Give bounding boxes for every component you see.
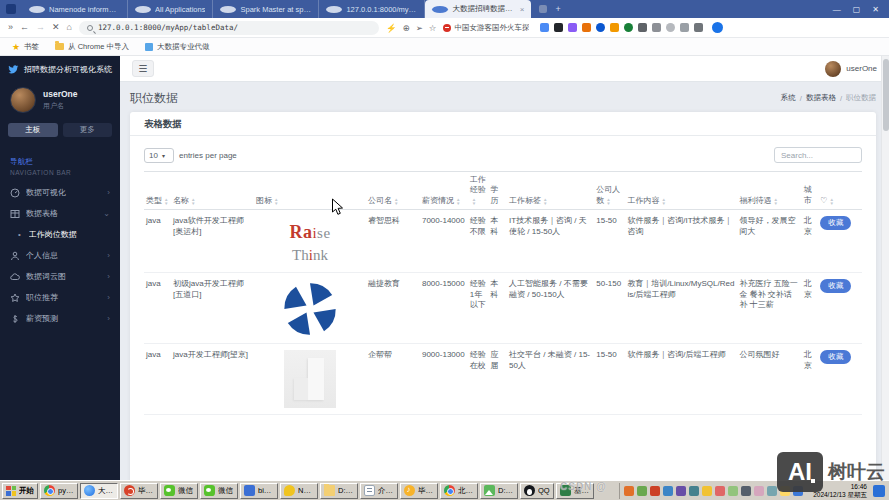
sidebar-item-job-data-active[interactable]: 工作岗位数据 bbox=[0, 224, 120, 245]
dark-extension-icon[interactable] bbox=[554, 23, 563, 32]
hamburger-menu-icon[interactable]: ☰ bbox=[132, 60, 154, 77]
forward-icon[interactable]: → bbox=[36, 23, 45, 32]
sidebar-item-wordcloud[interactable]: 数据词云图 › bbox=[0, 266, 120, 287]
taskbar-button-bishe[interactable]: 毕设… bbox=[120, 483, 158, 499]
sort-icon[interactable] bbox=[164, 198, 168, 206]
taskbar-button-music[interactable]: 毕开… bbox=[400, 483, 438, 499]
col-welfare[interactable]: 福利待遇 bbox=[737, 172, 801, 210]
d-extension-icon[interactable] bbox=[596, 23, 605, 32]
sidebar-item-data-table[interactable]: 数据表格 ⌄ bbox=[0, 203, 120, 224]
tab-groups-icon[interactable] bbox=[652, 23, 661, 32]
entries-per-page-select[interactable]: 10 bbox=[144, 148, 174, 163]
tray-icon-csdn[interactable] bbox=[624, 486, 634, 496]
scissors-icon[interactable] bbox=[680, 23, 689, 32]
page-scrollbar[interactable] bbox=[881, 56, 889, 480]
tab-active-analysis-system[interactable]: 大数据招聘数据分析系统 × bbox=[425, 0, 531, 18]
tray-icon[interactable] bbox=[741, 486, 751, 496]
bookmark-star-icon[interactable]: ☆ bbox=[429, 23, 437, 33]
bookmark-folder-imported[interactable]: 从 Chrome 中导入 bbox=[55, 42, 129, 52]
tray-icon[interactable] bbox=[650, 486, 660, 496]
record-extension-icon[interactable] bbox=[624, 23, 633, 32]
tray-icon[interactable] bbox=[728, 486, 738, 496]
tray-icon[interactable] bbox=[702, 486, 712, 496]
history-icon[interactable] bbox=[666, 23, 675, 32]
window-maximize-icon[interactable]: ▢ bbox=[853, 5, 861, 14]
new-tab-button[interactable]: + bbox=[555, 4, 560, 14]
bookmark-item[interactable]: ★ 书签 bbox=[12, 42, 39, 52]
sidebar-item-personal-info[interactable]: 个人信息 › bbox=[0, 245, 120, 266]
sort-icon[interactable] bbox=[274, 198, 278, 206]
sidebar-toggle-icon[interactable]: » bbox=[8, 23, 13, 32]
window-close-icon[interactable]: ✕ bbox=[872, 5, 879, 14]
sidebar-item-salary-predict[interactable]: 薪资预测 › bbox=[0, 308, 120, 329]
install-icon[interactable]: ⊕ bbox=[403, 23, 410, 33]
favorite-button[interactable]: 收藏 bbox=[820, 279, 851, 293]
taskbar-button-wechat-1[interactable]: 微信 bbox=[160, 483, 198, 499]
col-favorite[interactable]: ♡ bbox=[818, 172, 862, 210]
taskbar-button-picture[interactable]: D:\s… bbox=[480, 483, 518, 499]
col-education[interactable]: 学历 bbox=[488, 172, 507, 210]
taskbar-button-navi[interactable]: Navi… bbox=[280, 483, 318, 499]
breadcrumb-data-table[interactable]: 数据表格 bbox=[806, 93, 836, 103]
col-city[interactable]: 城市 bbox=[802, 172, 819, 210]
tab-all-applications[interactable]: All Applications bbox=[128, 0, 213, 18]
col-name[interactable]: 名称 bbox=[171, 172, 254, 210]
tab-spark-master[interactable]: Spark Master at spark://bigd bbox=[213, 0, 319, 18]
tray-icon[interactable] bbox=[767, 486, 777, 496]
tray-icon[interactable] bbox=[715, 486, 725, 496]
sidebar-tab-more[interactable]: 更多 bbox=[63, 123, 113, 137]
profile-avatar-icon[interactable] bbox=[712, 22, 723, 33]
stop-icon[interactable]: ✕ bbox=[52, 23, 60, 32]
address-bar[interactable]: 127.0.0.1:8000/myApp/tableData/ bbox=[79, 21, 379, 35]
tray-icon[interactable] bbox=[663, 486, 673, 496]
col-salary[interactable]: 薪资情况 bbox=[420, 172, 468, 210]
sort-icon[interactable] bbox=[191, 198, 195, 206]
share-icon[interactable]: ➢ bbox=[416, 23, 423, 33]
sort-icon[interactable] bbox=[830, 198, 834, 206]
tray-icon[interactable] bbox=[754, 486, 764, 496]
col-logo[interactable]: 图标 bbox=[254, 172, 366, 210]
col-content[interactable]: 工作内容 bbox=[625, 172, 737, 210]
taskbar-button-python[interactable]: pyth… bbox=[40, 483, 78, 499]
col-experience[interactable]: 工作经验 bbox=[468, 172, 489, 210]
taskbar-button-wechat-2[interactable]: 微信 bbox=[200, 483, 238, 499]
sort-icon[interactable] bbox=[472, 198, 476, 206]
sort-icon[interactable] bbox=[773, 198, 777, 206]
sort-icon[interactable] bbox=[543, 198, 547, 206]
taskbar-button-browser-active[interactable]: 大数… bbox=[80, 483, 118, 499]
taskbar-button-notes[interactable]: 介绍… bbox=[360, 483, 398, 499]
tab-namenode[interactable]: Namenode information bbox=[22, 0, 128, 18]
home-icon[interactable]: ⌂ bbox=[67, 23, 72, 32]
bookmark-item-bigdata[interactable]: 大数据专业代做 bbox=[145, 42, 210, 52]
taskbar-button-bigdata[interactable]: bigd… bbox=[240, 483, 278, 499]
orange-extension-icon[interactable] bbox=[582, 23, 591, 32]
tab-close-icon[interactable]: × bbox=[520, 5, 525, 14]
news-extension-button[interactable]: 中国女游客国外火车探 bbox=[443, 23, 529, 33]
start-button[interactable]: 开始 bbox=[2, 483, 38, 499]
copy-extension-icon[interactable] bbox=[540, 23, 549, 32]
tray-icon[interactable] bbox=[676, 486, 686, 496]
sort-icon[interactable] bbox=[606, 198, 610, 206]
menu-icon[interactable] bbox=[694, 23, 703, 32]
lightning-icon[interactable]: ⚡ bbox=[386, 23, 397, 33]
col-company-size[interactable]: 公司人数 bbox=[594, 172, 625, 210]
pinned-tab-icon[interactable] bbox=[539, 5, 547, 13]
sidebar-tab-main[interactable]: 主板 bbox=[8, 123, 58, 137]
breadcrumb-system[interactable]: 系统 bbox=[781, 93, 796, 103]
back-icon[interactable]: ← bbox=[20, 23, 29, 32]
sort-icon[interactable] bbox=[661, 198, 665, 206]
tab-myapp-home[interactable]: 127.0.0.1:8000/myApp/home/ bbox=[319, 0, 425, 18]
taskbar-button-beijing[interactable]: 北京… bbox=[440, 483, 478, 499]
spark-extension-icon[interactable] bbox=[568, 23, 577, 32]
star-extension-icon[interactable] bbox=[610, 23, 619, 32]
phone-icon[interactable] bbox=[638, 23, 647, 32]
taskbar-button-qq[interactable]: QQ bbox=[520, 483, 554, 499]
col-company[interactable]: 公司名 bbox=[366, 172, 420, 210]
tray-icon[interactable] bbox=[689, 486, 699, 496]
tray-icon[interactable] bbox=[637, 486, 647, 496]
sort-icon[interactable] bbox=[394, 198, 398, 206]
favorite-button[interactable]: 收藏 bbox=[820, 350, 851, 364]
sort-icon[interactable] bbox=[456, 198, 460, 206]
sidebar-item-visualization[interactable]: 数据可视化 › bbox=[0, 182, 120, 203]
window-minimize-icon[interactable]: — bbox=[833, 5, 841, 14]
